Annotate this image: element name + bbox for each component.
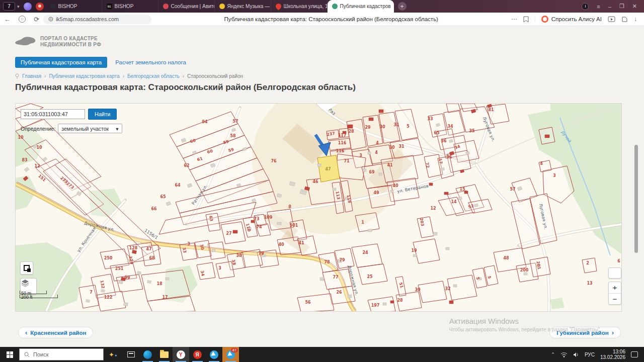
parcel[interactable] <box>297 294 334 312</box>
tab-yandex-music[interactable]: Яндекс Музыка — собир <box>215 0 271 13</box>
parcel-number-label: 197 <box>371 303 380 308</box>
parcel-number-label: 14 <box>451 200 457 204</box>
site-logo[interactable]: ПОРТАЛ О КАДАСТРЕ НЕДВИЖИМОСТИ В РФ <box>14 35 101 49</box>
ask-alice-button[interactable]: Спросить Алису AI <box>535 16 602 23</box>
crumb-map[interactable]: Публичная кадастровая карта <box>49 73 119 79</box>
crumb-current: Старооскольский район <box>187 73 243 79</box>
parcel-number-label: 3 <box>187 242 190 246</box>
parcel[interactable] <box>355 213 379 232</box>
start-button[interactable] <box>0 347 19 362</box>
parcel-number-label: 28 <box>348 129 354 134</box>
parcel-number-label: 116 <box>336 149 345 153</box>
page-title-in-addressbar: Публичная кадастровая карта: Староосколь… <box>151 16 511 22</box>
parcel[interactable] <box>368 186 395 208</box>
windows-taskbar: Поиск ✦✦ Y Я 47 ⌃ РУС 13:06 13.02.2026 <box>0 347 644 362</box>
parcel[interactable] <box>413 239 440 263</box>
browser-tab-bar: 7 ▾ BISHOP BSBISHOP Сообщения | Авито Ян… <box>0 0 644 13</box>
wifi-icon[interactable] <box>560 352 568 357</box>
reload-icon[interactable]: ⟳ <box>34 16 39 23</box>
cadastral-map[interactable]: 1010831215127327394575859596060616264656… <box>15 103 622 312</box>
tab-close-icon[interactable]: ✕ <box>393 4 394 9</box>
logo-text-line1: ПОРТАЛ О КАДАСТРЕ <box>40 36 101 42</box>
browser-menu-icon[interactable]: ≡ <box>597 4 600 10</box>
find-button[interactable]: Найти <box>88 109 117 120</box>
bookmark-icon[interactable] <box>523 16 529 23</box>
parcel-number-label: 109 <box>264 215 273 220</box>
tab-list-chevron-icon[interactable]: ▾ <box>17 4 20 9</box>
parcel[interactable] <box>418 281 447 303</box>
search-highlights-icon[interactable]: ✦✦ <box>109 351 118 358</box>
tab-counter[interactable]: 7 <box>3 2 15 11</box>
parcel[interactable] <box>352 244 382 267</box>
taskbar-search[interactable]: Поиск <box>19 348 104 360</box>
telegram-taskbar-icon[interactable] <box>206 347 222 362</box>
parcel-number-label: 5 <box>407 124 410 129</box>
building-registered <box>132 250 137 253</box>
tab-bishop-2[interactable]: BSBISHOP <box>102 0 158 13</box>
video-popup-icon[interactable] <box>608 16 615 23</box>
parcel-number-label: 122 <box>104 295 113 300</box>
cadastral-number-input[interactable] <box>21 109 85 119</box>
prev-district-link[interactable]: ‹ Красненский район <box>18 327 93 338</box>
minimize-button[interactable]: – <box>608 4 611 10</box>
tab-maps[interactable]: Школьная улица, 1 — Ян <box>271 0 328 13</box>
crumb-region[interactable]: Белгородская область <box>127 73 180 79</box>
zoom-out-button[interactable]: − <box>609 294 621 305</box>
close-button[interactable]: ✕ <box>632 3 637 10</box>
building <box>363 169 366 171</box>
volume-icon[interactable] <box>573 352 579 357</box>
yandex-app-taskbar-icon[interactable]: Я <box>189 347 206 362</box>
unread-badge: 47 <box>231 348 238 352</box>
tab-bishop-1[interactable]: BISHOP <box>46 0 102 13</box>
parcel[interactable] <box>582 258 597 273</box>
nav-public-map-tab[interactable]: Публичная кадастровая карта <box>15 57 107 68</box>
parcel-number-label: 35 <box>469 129 475 133</box>
parcel-number-label: 24 <box>362 250 368 255</box>
extent-icon <box>24 265 30 271</box>
zoom-in-button[interactable]: + <box>609 282 621 294</box>
extent-button[interactable] <box>20 261 33 275</box>
more-icon[interactable]: ⋯ <box>511 16 517 23</box>
map-home-button[interactable] <box>608 267 621 279</box>
url-field[interactable]: ik5map.roscadastres.com <box>43 15 151 24</box>
parcel-number-label: 19 <box>411 248 417 253</box>
parcel[interactable] <box>197 262 215 280</box>
building-registered <box>379 110 383 113</box>
notification-bell-icon[interactable] <box>36 3 44 11</box>
nav-land-tax-link[interactable]: Расчет земельного налога <box>115 59 186 65</box>
map-canvas[interactable]: 1010831215127327394575859596060616264656… <box>16 104 622 312</box>
scale-bar: 50 m 200 ft <box>20 291 58 298</box>
tab-cadastre-active[interactable]: Публичная кадастров✕ <box>328 0 394 13</box>
yandex-browser-taskbar-icon[interactable]: Y <box>173 347 189 362</box>
limited-mode-icon[interactable] <box>582 3 589 10</box>
object-type-select[interactable]: земельный участок ▾ <box>58 124 122 133</box>
collections-icon[interactable] <box>621 16 628 23</box>
back-icon[interactable]: ← <box>4 16 11 23</box>
taskbar-clock[interactable]: 13:06 13.02.2026 <box>600 349 625 360</box>
tab-favicon <box>50 4 56 9</box>
restore-button[interactable]: ❒ <box>619 3 624 10</box>
tableau-icon[interactable] <box>19 16 26 23</box>
crumb-home[interactable]: Главная <box>22 73 41 79</box>
file-explorer-taskbar-icon[interactable] <box>156 347 173 362</box>
parcel-number-label: 83 <box>22 158 27 162</box>
alice-orb-icon[interactable] <box>24 3 32 11</box>
edge-taskbar-icon[interactable] <box>139 347 156 362</box>
task-view-button[interactable] <box>123 347 139 362</box>
new-tab-button[interactable]: + <box>398 2 407 11</box>
task-view-icon <box>127 351 135 357</box>
telegram-active-taskbar-icon[interactable]: 47 <box>222 347 239 362</box>
parcel-number-label: 28 <box>397 298 403 303</box>
tab-favicon-bs: BS <box>107 4 112 9</box>
tab-avito[interactable]: Сообщения | Авито <box>158 0 215 13</box>
language-indicator[interactable]: РУС <box>585 352 595 357</box>
page-title: Публичная кадастровая карта: Староосколь… <box>15 82 356 93</box>
downloads-icon[interactable]: ↓ <box>634 16 637 23</box>
page-scrollbar[interactable] <box>634 145 638 253</box>
tray-expand-icon[interactable]: ⌃ <box>551 352 555 357</box>
parcel-number-label: 46 <box>312 179 318 184</box>
parcel[interactable] <box>447 275 477 300</box>
parcel[interactable] <box>55 159 160 254</box>
action-center-icon[interactable] <box>631 351 638 357</box>
building <box>383 303 386 305</box>
